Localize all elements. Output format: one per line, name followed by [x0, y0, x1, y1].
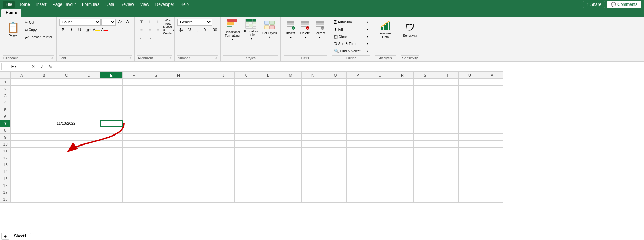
row-header-12[interactable]: 12: [0, 154, 11, 161]
cell-H14[interactable]: [167, 168, 190, 175]
cell-G7[interactable]: [145, 120, 167, 127]
cell-K1[interactable]: [235, 79, 257, 86]
cell-O12[interactable]: [324, 154, 347, 161]
cell-I11[interactable]: [190, 148, 212, 154]
cell-A14[interactable]: [11, 168, 33, 175]
cell-U12[interactable]: [459, 154, 481, 161]
row-header-6[interactable]: 6: [0, 113, 11, 120]
cell-F9[interactable]: [123, 134, 145, 141]
cell-F11[interactable]: [123, 148, 145, 154]
cell-K13[interactable]: [235, 161, 257, 168]
conditional-formatting-button[interactable]: Conditional Formatting ▾: [223, 19, 241, 41]
cell-I10[interactable]: [190, 141, 212, 148]
cell-E5[interactable]: [100, 106, 123, 113]
cell-V3[interactable]: [481, 92, 503, 99]
delete-cells-button[interactable]: − Delete ▾: [298, 19, 312, 41]
cell-I14[interactable]: [190, 168, 212, 175]
cell-S4[interactable]: [414, 99, 436, 106]
align-middle-button[interactable]: ⊥: [146, 19, 153, 26]
bold-button[interactable]: B: [59, 27, 67, 33]
cell-G13[interactable]: [145, 161, 167, 168]
cell-H12[interactable]: [167, 154, 190, 161]
cell-G17[interactable]: [145, 189, 167, 196]
cell-J17[interactable]: [212, 189, 235, 196]
cell-H18[interactable]: [167, 196, 190, 203]
cell-L9[interactable]: [257, 134, 279, 141]
cell-H1[interactable]: [167, 79, 190, 86]
cell-D6[interactable]: [78, 113, 100, 120]
cell-J5[interactable]: [212, 106, 235, 113]
cell-S1[interactable]: [414, 79, 436, 86]
cell-M11[interactable]: [279, 148, 302, 154]
cell-B11[interactable]: [33, 148, 55, 154]
cell-D11[interactable]: [78, 148, 100, 154]
cell-M2[interactable]: [279, 86, 302, 92]
cell-M16[interactable]: [279, 182, 302, 189]
format-cells-button[interactable]: ⚙ Format ▾: [313, 19, 327, 41]
cell-P12[interactable]: [347, 154, 369, 161]
cell-D16[interactable]: [78, 182, 100, 189]
cell-D4[interactable]: [78, 99, 100, 106]
cell-N7[interactable]: [302, 120, 324, 127]
cell-O5[interactable]: [324, 106, 347, 113]
cell-C14[interactable]: [55, 168, 78, 175]
cell-U15[interactable]: [459, 175, 481, 182]
cell-I1[interactable]: [190, 79, 212, 86]
cell-H15[interactable]: [167, 175, 190, 182]
cell-H6[interactable]: [167, 113, 190, 120]
cell-V17[interactable]: [481, 189, 503, 196]
cell-R9[interactable]: [391, 134, 414, 141]
cell-O1[interactable]: [324, 79, 347, 86]
cell-F16[interactable]: [123, 182, 145, 189]
cell-D15[interactable]: [78, 175, 100, 182]
cell-R1[interactable]: [391, 79, 414, 86]
cell-G15[interactable]: [145, 175, 167, 182]
cell-N15[interactable]: [302, 175, 324, 182]
cell-H17[interactable]: [167, 189, 190, 196]
cut-button[interactable]: ✂ Cut: [23, 19, 54, 26]
cell-K4[interactable]: [235, 99, 257, 106]
cell-F12[interactable]: [123, 154, 145, 161]
cell-F13[interactable]: [123, 161, 145, 168]
cell-Q11[interactable]: [369, 148, 391, 154]
cell-C8[interactable]: [55, 127, 78, 134]
cell-D3[interactable]: [78, 92, 100, 99]
cell-F14[interactable]: [123, 168, 145, 175]
cell-F4[interactable]: [123, 99, 145, 106]
italic-button[interactable]: I: [68, 27, 75, 33]
row-header-15[interactable]: 15: [0, 175, 11, 182]
sort-filter-button[interactable]: ⇅ Sort & Filter ▾: [332, 40, 370, 47]
underline-button[interactable]: U: [76, 27, 83, 33]
cell-B7[interactable]: [33, 120, 55, 127]
cell-N6[interactable]: [302, 113, 324, 120]
cell-Q18[interactable]: [369, 196, 391, 203]
cell-T1[interactable]: [436, 79, 459, 86]
align-center-button[interactable]: ≡: [146, 27, 153, 33]
cell-N18[interactable]: [302, 196, 324, 203]
cell-U17[interactable]: [459, 189, 481, 196]
cell-V15[interactable]: [481, 175, 503, 182]
row-header-13[interactable]: 13: [0, 161, 11, 168]
align-right-button[interactable]: ≡: [154, 27, 162, 33]
cell-B9[interactable]: [33, 134, 55, 141]
alignment-expand[interactable]: ↗: [168, 57, 172, 60]
cell-K16[interactable]: [235, 182, 257, 189]
cell-N16[interactable]: [302, 182, 324, 189]
cell-R10[interactable]: [391, 141, 414, 148]
cell-P11[interactable]: [347, 148, 369, 154]
decrease-decimal-button[interactable]: .0←: [202, 27, 210, 33]
cell-G2[interactable]: [145, 86, 167, 92]
cell-R2[interactable]: [391, 86, 414, 92]
cell-N11[interactable]: [302, 148, 324, 154]
col-header-K[interactable]: K: [235, 72, 257, 79]
row-header-2[interactable]: 2: [0, 86, 11, 92]
cell-C2[interactable]: [55, 86, 78, 92]
cell-D18[interactable]: [78, 196, 100, 203]
cell-reference-input[interactable]: [1, 63, 26, 70]
fill-color-button[interactable]: A: [92, 27, 100, 33]
cell-M1[interactable]: [279, 79, 302, 86]
cell-K14[interactable]: [235, 168, 257, 175]
cell-Q9[interactable]: [369, 134, 391, 141]
cell-P9[interactable]: [347, 134, 369, 141]
row-header-8[interactable]: 8: [0, 127, 11, 134]
